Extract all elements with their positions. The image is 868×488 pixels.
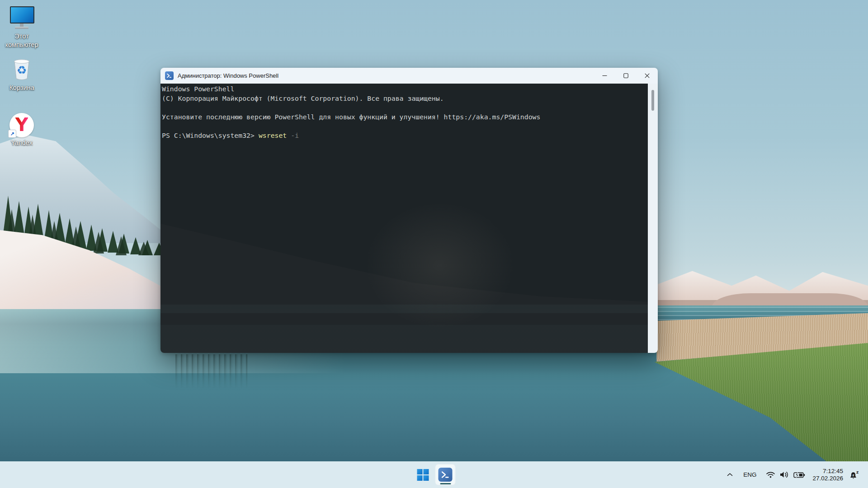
- notification-center-button[interactable]: z z: [849, 469, 860, 480]
- clock-time: 7:12:45: [812, 468, 843, 475]
- tray-chevron-up[interactable]: [726, 473, 733, 477]
- minimize-icon: [602, 73, 607, 78]
- do-not-disturb-bell-icon: z z: [849, 469, 860, 480]
- minimize-button[interactable]: [594, 68, 615, 84]
- terminal-acrylic-water: [160, 305, 648, 353]
- volume-indicator[interactable]: [779, 471, 789, 479]
- scrollbar-thumb[interactable]: [651, 90, 654, 111]
- maximize-icon: [623, 73, 628, 78]
- desktop-icon-label: Этот компьютер: [1, 32, 42, 49]
- desktop-icon-this-pc[interactable]: Этот компьютер: [1, 5, 42, 49]
- powershell-icon: [439, 468, 453, 482]
- desktop-icon-recycle-bin[interactable]: ♻ Корзина: [1, 56, 42, 92]
- taskbar: ENG: [0, 461, 868, 488]
- svg-text:♻: ♻: [17, 64, 27, 77]
- terminal-prompt: PS C:\Windows\system32>: [162, 131, 255, 139]
- terminal-line: (C) Корпорация Майкрософт (Microsoft Cor…: [162, 94, 648, 103]
- language-indicator[interactable]: ENG: [743, 471, 756, 478]
- terminal-blank-line: [162, 122, 648, 131]
- desktop-icon-label: Yandex: [1, 139, 42, 147]
- this-pc-icon: [9, 5, 34, 31]
- start-button[interactable]: [413, 464, 433, 485]
- powershell-window: Администратор: Windows PowerShell: [160, 68, 658, 353]
- powershell-icon: [165, 71, 174, 80]
- close-button[interactable]: [637, 68, 658, 84]
- windows-logo-icon: [417, 469, 429, 481]
- desktop-icon-yandex[interactable]: Y ↗ Yandex: [1, 111, 42, 147]
- terminal-scrollbar[interactable]: [648, 84, 658, 353]
- taskbar-powershell-button[interactable]: [435, 464, 456, 485]
- maximize-button[interactable]: [615, 68, 637, 84]
- terminal-line: Windows PowerShell: [162, 84, 648, 94]
- close-icon: [645, 73, 650, 78]
- taskbar-clock[interactable]: 7:12:45 27.02.2026: [812, 468, 843, 482]
- clock-date: 27.02.2026: [812, 475, 843, 482]
- chevron-up-icon: [726, 473, 733, 477]
- wifi-icon: [766, 471, 775, 479]
- terminal-output[interactable]: Windows PowerShell (C) Корпорация Майкро…: [160, 84, 648, 353]
- svg-text:z: z: [852, 473, 854, 477]
- battery-indicator[interactable]: [793, 471, 805, 479]
- battery-charging-icon: [793, 471, 805, 479]
- wallpaper-tree-reflection: [175, 354, 248, 390]
- recycle-bin-icon: ♻: [9, 56, 34, 82]
- terminal-line: Установите последнюю версию PowerShell д…: [162, 113, 648, 122]
- desktop-icon-label: Корзина: [1, 84, 42, 92]
- speaker-icon: [779, 471, 789, 479]
- wallpaper-hill-dome: [712, 293, 868, 307]
- terminal-suggestion: -i: [291, 131, 299, 139]
- svg-text:z: z: [856, 469, 859, 474]
- terminal-command: wsreset: [259, 131, 287, 139]
- terminal-blank-line: [162, 103, 648, 113]
- screen: Этот компьютер ♻ Корзина Y ↗ Yandex: [0, 0, 868, 488]
- yandex-browser-icon: Y ↗: [9, 113, 34, 137]
- running-app-indicator: [440, 483, 451, 484]
- wifi-indicator[interactable]: [766, 471, 775, 479]
- window-title: Администратор: Windows PowerShell: [178, 72, 278, 79]
- window-titlebar[interactable]: Администратор: Windows PowerShell: [160, 68, 658, 84]
- terminal-prompt-line: PS C:\Windows\system32>wsreset-i: [162, 131, 648, 141]
- shortcut-arrow-icon: ↗: [8, 130, 16, 138]
